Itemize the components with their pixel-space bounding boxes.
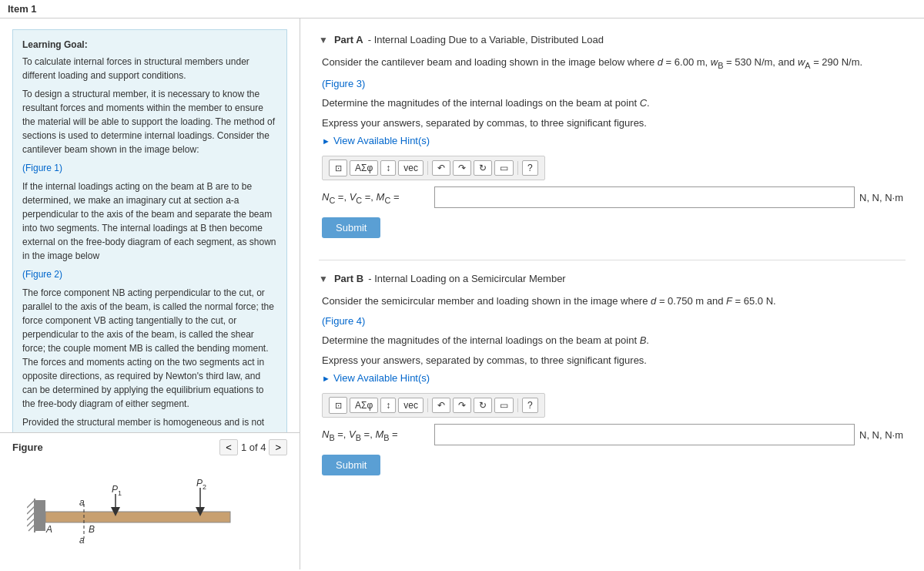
divider bbox=[319, 260, 906, 260]
part-b-answer-row: NB =, VB =, MB = N, N, N·m bbox=[322, 424, 906, 445]
part-a-toolbar-sep1 bbox=[427, 161, 428, 175]
part-b-body: Consider the semicircular member and loa… bbox=[319, 294, 906, 475]
beam-svg: P 1 P 2 a A B a bbox=[27, 469, 273, 562]
part-a-toolbar-refresh-btn[interactable]: ↻ bbox=[474, 160, 492, 176]
part-b-figure4-link[interactable]: (Figure 4) bbox=[322, 314, 906, 329]
part-a-hint-label: View Available Hint(s) bbox=[333, 135, 430, 146]
part-a-instructions: Express your answers, separated by comma… bbox=[322, 116, 906, 131]
part-b-hint-label: View Available Hint(s) bbox=[333, 372, 430, 384]
lg-line-7: Provided the structural member is homoge… bbox=[22, 415, 277, 432]
svg-text:1: 1 bbox=[118, 489, 122, 497]
part-a-desc-1: Consider the cantilever beam and loading… bbox=[322, 55, 906, 72]
part-a-toolbar-vec-btn[interactable]: vec bbox=[398, 160, 424, 176]
lg-line-4: If the internal loadings acting on the b… bbox=[22, 180, 277, 263]
part-b-toolbar-sep2 bbox=[517, 398, 518, 412]
part-a-toolbar-updown-btn[interactable]: ↕ bbox=[380, 160, 396, 176]
part-b-toolbar-vec-btn[interactable]: vec bbox=[398, 398, 424, 413]
part-b-answer-input[interactable] bbox=[434, 424, 855, 445]
part-b-desc-2: Determine the magnitudes of the internal… bbox=[322, 333, 906, 348]
svg-rect-0 bbox=[35, 500, 45, 531]
part-a-answer-unit: N, N, N·m bbox=[859, 192, 906, 203]
figure-prev-button[interactable]: < bbox=[219, 439, 238, 455]
part-b-title-bold: Part B bbox=[334, 273, 363, 284]
learning-goal-box: Learning Goal: To calculate internal for… bbox=[12, 29, 287, 432]
part-a-toolbar: ⊡ ΑΣφ ↕ vec ↶ ↷ ↻ ▭ ? bbox=[322, 156, 545, 180]
part-a-toolbar-undo-btn[interactable]: ↶ bbox=[432, 160, 450, 176]
part-a-answer-input[interactable] bbox=[434, 186, 855, 208]
part-a-toolbar-sep2 bbox=[517, 161, 518, 175]
svg-text:A: A bbox=[45, 524, 52, 535]
part-b-collapse-arrow[interactable]: ▼ bbox=[319, 274, 328, 284]
svg-rect-7 bbox=[45, 512, 230, 522]
lg-line-2: To design a structural member, it is nec… bbox=[22, 87, 277, 156]
part-a-toolbar-help-btn[interactable]: ? bbox=[522, 160, 538, 176]
part-b-toolbar-undo-btn[interactable]: ↶ bbox=[432, 398, 450, 413]
svg-text:P: P bbox=[112, 484, 118, 495]
lg-figure2-link[interactable]: (Figure 2) bbox=[22, 267, 277, 281]
figure-next-button[interactable]: > bbox=[269, 439, 287, 455]
part-b-hint-arrow: ► bbox=[322, 374, 330, 383]
part-a-title-bold: Part A bbox=[334, 34, 363, 45]
figure-image-area: P 1 P 2 a A B a bbox=[0, 462, 300, 569]
part-b-section: ▼ Part B - Internal Loading on a Semicir… bbox=[319, 273, 906, 475]
page-title: Item 1 bbox=[0, 0, 924, 18]
lg-figure1-link[interactable]: (Figure 1) bbox=[22, 161, 277, 175]
lg-line-6: The force component NB acting perpendicu… bbox=[22, 286, 277, 411]
svg-line-6 bbox=[28, 525, 35, 531]
part-b-toolbar-rect-btn[interactable]: ▭ bbox=[494, 398, 514, 413]
part-a-title-normal: - Internal Loading Due to a Variable, Di… bbox=[368, 34, 604, 45]
part-b-toolbar-sigma-btn[interactable]: ΑΣφ bbox=[350, 398, 378, 413]
part-b-toolbar-updown-btn[interactable]: ↕ bbox=[380, 398, 396, 413]
figure-nav: < 1 of 4 > bbox=[219, 439, 287, 455]
figure-label: Figure bbox=[12, 442, 43, 453]
learning-goal-title: Learning Goal: bbox=[22, 38, 277, 52]
part-b-toolbar-sep1 bbox=[427, 398, 428, 412]
part-a-answer-label: NC =, VC =, MC = bbox=[322, 191, 430, 205]
part-b-answer-label: NB =, VB =, MB = bbox=[322, 428, 430, 442]
part-b-toolbar-redo-btn[interactable]: ↷ bbox=[453, 398, 471, 413]
svg-text:2: 2 bbox=[203, 483, 206, 491]
part-a-toolbar-redo-btn[interactable]: ↷ bbox=[453, 160, 471, 176]
lg-line-1: To calculate internal forces in structur… bbox=[22, 55, 277, 82]
right-panel: ▼ Part A - Internal Loading Due to a Var… bbox=[300, 18, 924, 569]
part-b-toolbar: ⊡ ΑΣφ ↕ vec ↶ ↷ ↻ ▭ ? bbox=[322, 393, 545, 418]
part-a-toolbar-sigma-btn[interactable]: ΑΣφ bbox=[350, 160, 378, 176]
part-a-collapse-arrow[interactable]: ▼ bbox=[319, 35, 328, 45]
part-a-hint-arrow: ► bbox=[322, 136, 330, 146]
part-a-header: ▼ Part A - Internal Loading Due to a Var… bbox=[319, 34, 906, 45]
part-b-toolbar-help-btn[interactable]: ? bbox=[522, 398, 538, 413]
part-b-toolbar-refresh-btn[interactable]: ↻ bbox=[474, 398, 492, 413]
part-b-header: ▼ Part B - Internal Loading on a Semicir… bbox=[319, 273, 906, 284]
part-a-hint-toggle[interactable]: ► View Available Hint(s) bbox=[322, 135, 906, 146]
part-b-submit-button[interactable]: Submit bbox=[322, 455, 380, 475]
svg-text:B: B bbox=[89, 524, 95, 535]
part-a-toolbar-rect-btn[interactable]: ▭ bbox=[494, 160, 514, 176]
part-b-desc-1: Consider the semicircular member and loa… bbox=[322, 294, 906, 309]
part-a-body: Consider the cantilever beam and loading… bbox=[319, 55, 906, 238]
part-a-submit-button[interactable]: Submit bbox=[322, 217, 380, 238]
figure-page-indicator: 1 of 4 bbox=[241, 442, 266, 453]
svg-text:P: P bbox=[196, 478, 203, 489]
part-a-figure3-link[interactable]: (Figure 3) bbox=[322, 76, 906, 92]
part-a-answer-row: NC =, VC =, MC = N, N, N·m bbox=[322, 186, 906, 208]
part-b-answer-unit: N, N, N·m bbox=[859, 429, 906, 441]
part-a-section: ▼ Part A - Internal Loading Due to a Var… bbox=[319, 34, 906, 238]
part-b-instructions: Express your answers, separated by comma… bbox=[322, 353, 906, 368]
part-a-desc-2: Determine the magnitudes of the internal… bbox=[322, 96, 906, 111]
part-b-hint-toggle[interactable]: ► View Available Hint(s) bbox=[322, 372, 906, 384]
part-a-toolbar-grid-icon[interactable]: ⊡ bbox=[329, 160, 347, 176]
part-b-toolbar-grid-icon[interactable]: ⊡ bbox=[329, 397, 347, 414]
figure-section: Figure < 1 of 4 > bbox=[0, 432, 300, 462]
part-b-title-normal: - Internal Loading on a Semicircular Mem… bbox=[368, 273, 566, 284]
